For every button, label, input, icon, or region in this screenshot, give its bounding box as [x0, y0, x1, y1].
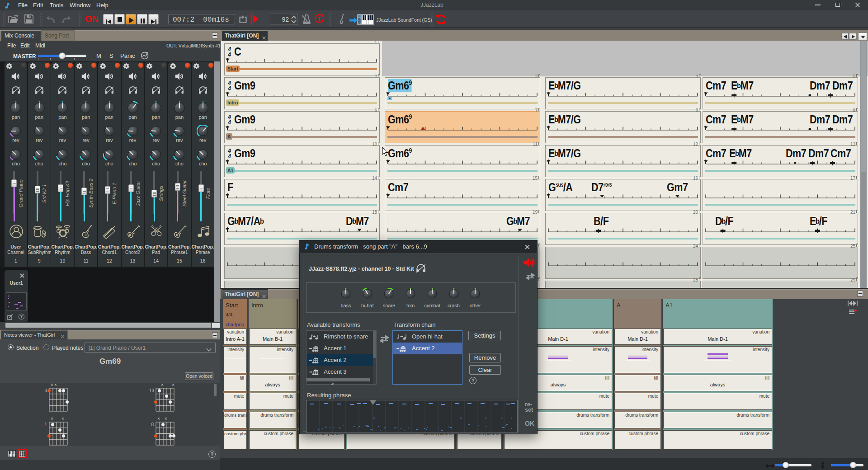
svg-text:1: 1: [317, 16, 321, 23]
